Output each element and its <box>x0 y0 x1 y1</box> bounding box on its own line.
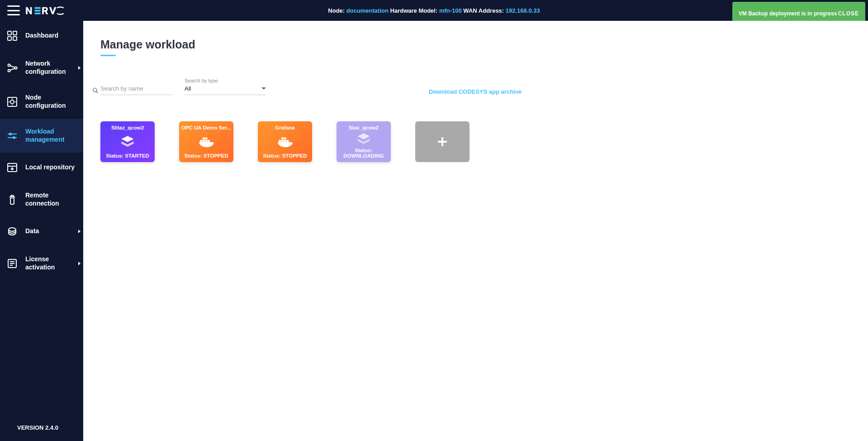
page-title: Manage workload <box>100 38 868 51</box>
svg-rect-32 <box>281 137 284 139</box>
node-label: Node: <box>328 7 346 14</box>
svg-rect-24 <box>205 140 208 142</box>
download-codesys-link[interactable]: Download CODESYS app archive <box>429 88 522 95</box>
data-icon <box>6 225 18 237</box>
dashboard-icon <box>6 30 18 42</box>
sidebar-item-label: Remote connection <box>25 192 77 207</box>
svg-rect-26 <box>203 137 205 139</box>
svg-rect-0 <box>8 31 11 35</box>
remote-icon <box>6 194 18 206</box>
workload-status: Status: DOWNLOADING <box>338 148 389 158</box>
sidebar-item-label: Dashboard <box>25 32 58 40</box>
svg-point-12 <box>13 137 15 139</box>
svg-rect-15 <box>10 198 14 204</box>
svg-rect-29 <box>281 140 284 142</box>
docker-icon <box>197 130 215 153</box>
license-icon <box>6 258 18 269</box>
title-underline <box>100 55 116 56</box>
chevron-right-icon <box>78 230 81 233</box>
wan-label: WAN Address: <box>462 7 506 14</box>
toast-message: VM Backup deployment is in progress <box>739 10 837 17</box>
sidebar-item-workload-management[interactable]: Workload management <box>0 119 83 153</box>
svg-rect-3 <box>13 37 17 40</box>
type-filter-select[interactable]: All <box>185 84 266 95</box>
workload-card[interactable]: Slax_qcow2 Status: DOWNLOADING <box>337 121 391 162</box>
node-value: documentation <box>346 7 389 14</box>
workload-name: Slitaz_qcow2 <box>111 125 144 130</box>
hw-value: mfn-100 <box>439 7 462 14</box>
workload-name: OPC UA Demo Ser... <box>181 125 231 130</box>
chevron-down-icon <box>261 87 266 90</box>
sidebar-item-label: Workload management <box>25 128 77 144</box>
svg-point-8 <box>10 100 14 104</box>
vm-icon <box>120 130 135 153</box>
sidebar-item-label: Network configuration <box>25 60 77 76</box>
svg-line-21 <box>96 91 98 93</box>
type-filter-value: All <box>185 85 191 92</box>
sidebar: Dashboard Network configuration Node con… <box>0 21 83 441</box>
svg-point-10 <box>9 133 11 135</box>
sidebar-item-license-activation[interactable]: License activation <box>0 246 83 280</box>
svg-rect-1 <box>13 31 17 35</box>
svg-rect-30 <box>284 140 286 142</box>
sidebar-item-label: Data <box>25 227 39 235</box>
svg-rect-28 <box>279 140 281 142</box>
workload-name: Grafana <box>275 125 294 130</box>
sidebar-item-data[interactable]: Data <box>0 216 83 246</box>
workload-card[interactable]: Slitaz_qcow2 Status: STARTED <box>100 121 155 162</box>
sidebar-item-remote-connection[interactable]: Remote connection <box>0 182 83 216</box>
chevron-right-icon <box>78 262 81 265</box>
sidebar-item-node-configuration[interactable]: Node configuration <box>0 85 83 119</box>
svg-rect-2 <box>8 37 11 40</box>
network-icon <box>6 62 18 74</box>
chevron-right-icon <box>78 66 81 70</box>
brand-logo <box>25 6 66 15</box>
sidebar-item-label: License activation <box>25 255 77 271</box>
svg-rect-33 <box>284 137 286 139</box>
main-content: Manage workload Search by type All Downl… <box>83 21 868 441</box>
repository-icon <box>6 162 18 173</box>
search-icon <box>92 87 99 94</box>
svg-rect-25 <box>208 140 210 142</box>
sidebar-item-network-configuration[interactable]: Network configuration <box>0 51 83 85</box>
sliders-icon <box>6 130 18 142</box>
svg-rect-31 <box>286 140 289 142</box>
workload-status: Status: STOPPED <box>185 153 228 158</box>
toast-close-button[interactable]: CLOSE <box>838 10 859 17</box>
vm-icon <box>356 130 371 148</box>
workload-card[interactable]: OPC UA Demo Ser... Status: STOPPED <box>179 121 233 162</box>
gear-icon <box>6 96 18 108</box>
svg-rect-23 <box>203 140 205 142</box>
svg-rect-27 <box>205 137 208 139</box>
add-workload-button[interactable] <box>415 121 470 162</box>
search-input[interactable] <box>100 83 173 95</box>
node-info: Node: documentation Hardware Model: mfn-… <box>328 7 540 14</box>
svg-rect-22 <box>200 140 202 142</box>
docker-icon <box>276 130 294 153</box>
filter-row: Search by type All Download CODESYS app … <box>100 78 868 95</box>
plus-icon <box>438 137 447 146</box>
menu-toggle-icon[interactable] <box>7 5 20 15</box>
svg-point-20 <box>93 88 97 92</box>
workload-status: Status: STOPPED <box>263 153 307 158</box>
version-label: VERSION 2.4.0 <box>0 424 83 441</box>
workload-status: Status: STARTED <box>106 153 149 158</box>
sidebar-item-label: Local repository <box>25 163 75 172</box>
workload-card[interactable]: Grafana Status: STOPPED <box>258 121 312 162</box>
sidebar-item-label: Node configuration <box>25 94 77 110</box>
type-filter-label: Search by type <box>185 78 266 83</box>
wan-value: 192.168.0.33 <box>506 7 540 14</box>
sidebar-item-dashboard[interactable]: Dashboard <box>0 21 83 51</box>
workload-cards: Slitaz_qcow2 Status: STARTED OPC UA Demo… <box>100 121 868 162</box>
sidebar-item-local-repository[interactable]: Local repository <box>0 153 83 182</box>
workload-name: Slax_qcow2 <box>349 125 379 130</box>
hw-label: Hardware Model: <box>389 7 439 14</box>
